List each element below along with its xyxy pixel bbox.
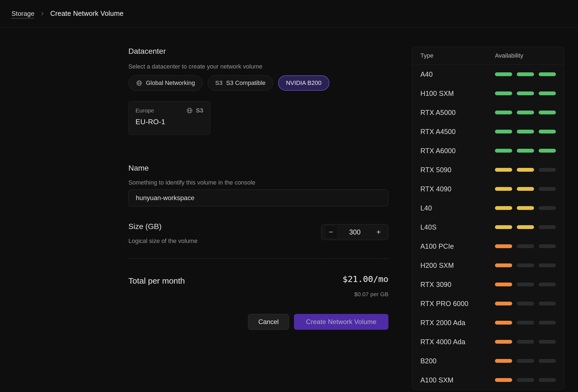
- availability-bar-empty: [539, 206, 556, 210]
- availability-bars: [495, 359, 556, 363]
- availability-bar-empty: [517, 302, 534, 305]
- table-row: RTX 4090: [412, 179, 564, 198]
- gpu-type-label: RTX A4500: [420, 128, 495, 136]
- increase-size-button[interactable]: +: [373, 226, 384, 238]
- availability-bars: [495, 168, 556, 172]
- availability-bars: [495, 206, 556, 210]
- globe-icon: [136, 80, 142, 86]
- breadcrumb-link-storage[interactable]: Storage: [11, 10, 34, 17]
- breadcrumb: Storage › Create Network Volume: [0, 0, 578, 27]
- gpu-availability-card: Type Availability A40H100 SXMRTX A5000RT…: [412, 47, 564, 390]
- gpu-type-label: RTX 2000 Ada: [420, 319, 495, 327]
- availability-bar-empty: [517, 340, 534, 344]
- availability-rows: A40H100 SXMRTX A5000RTX A4500RTX A6000RT…: [412, 65, 564, 390]
- availability-bar-filled: [539, 91, 556, 95]
- availability-bar-filled: [495, 187, 512, 191]
- datacenter-card-badges: S3: [186, 107, 203, 114]
- availability-bar-filled: [495, 302, 512, 305]
- dashed-divider: [128, 258, 388, 259]
- table-row: RTX 2000 Ada: [412, 313, 564, 332]
- availability-bars: [495, 321, 556, 325]
- gpu-type-label: RTX PRO 6000: [420, 300, 495, 308]
- column-header-type: Type: [420, 52, 495, 59]
- availability-bar-empty: [539, 359, 556, 363]
- datacenter-filter-chips: Global Networking S3 S3 Compatible NVIDI…: [128, 75, 329, 91]
- table-row: RTX 5090: [412, 160, 564, 179]
- size-value[interactable]: 300: [349, 228, 361, 236]
- gpu-type-label: H100 SXM: [420, 90, 495, 97]
- table-row: A40: [412, 65, 564, 84]
- gpu-type-label: RTX 4000 Ada: [420, 338, 495, 346]
- name-section-subtitle: Something to identify this volume in the…: [128, 179, 255, 186]
- availability-bars: [495, 111, 556, 114]
- filter-chip-nvidia-b200[interactable]: NVIDIA B200: [278, 75, 329, 91]
- availability-bar-filled: [517, 149, 534, 153]
- create-volume-button[interactable]: Create Network Volume: [294, 314, 388, 330]
- cancel-button[interactable]: Cancel: [248, 314, 289, 330]
- availability-bar-filled: [495, 263, 512, 267]
- availability-bar-filled: [539, 149, 556, 153]
- price-per-gb: $0.07 per GB: [128, 291, 388, 298]
- datacenter-card-header: Europe S3: [135, 107, 203, 114]
- availability-bar-filled: [495, 225, 512, 229]
- volume-name-input[interactable]: [128, 189, 388, 206]
- availability-bar-filled: [517, 187, 534, 191]
- s3-icon: S3: [215, 79, 223, 87]
- datacenter-name: EU-RO-1: [135, 118, 203, 126]
- filter-chip-global-networking[interactable]: Global Networking: [128, 75, 203, 91]
- total-price: $21.00/mo: [128, 274, 388, 284]
- availability-bar-filled: [495, 359, 512, 363]
- globe-icon: [186, 107, 193, 114]
- availability-bar-filled: [517, 225, 534, 229]
- table-row: RTX 4000 Ada: [412, 332, 564, 351]
- availability-bars: [495, 302, 556, 305]
- gpu-type-label: H200 SXM: [420, 262, 495, 269]
- availability-bar-filled: [517, 72, 534, 76]
- table-row: RTX A6000: [412, 141, 564, 160]
- size-section-title: Size (GB): [128, 222, 161, 231]
- availability-bar-filled: [495, 168, 512, 172]
- decrease-size-button[interactable]: −: [325, 226, 337, 238]
- availability-bar-filled: [495, 149, 512, 153]
- availability-bar-empty: [539, 283, 556, 286]
- page-title: Create Network Volume: [50, 10, 123, 17]
- availability-bar-filled: [539, 130, 556, 133]
- column-header-availability: Availability: [495, 52, 556, 59]
- table-row: RTX A5000: [412, 103, 564, 122]
- availability-bar-empty: [517, 359, 534, 363]
- s3-badge: S3: [196, 107, 203, 114]
- availability-bar-filled: [539, 111, 556, 114]
- availability-bar-filled: [495, 72, 512, 76]
- availability-bar-filled: [495, 321, 512, 325]
- availability-bar-empty: [517, 263, 534, 267]
- gpu-type-label: L40S: [420, 223, 495, 231]
- table-row: RTX 3090: [412, 275, 564, 294]
- availability-bars: [495, 263, 556, 267]
- availability-bar-empty: [539, 378, 556, 382]
- datacenter-card-eu-ro-1[interactable]: Europe S3 EU-RO-1: [128, 101, 210, 135]
- table-row: RTX A4500: [412, 122, 564, 141]
- availability-bar-empty: [517, 244, 534, 248]
- filter-chip-label: S3 Compatible: [226, 79, 266, 87]
- availability-bar-filled: [517, 168, 534, 172]
- availability-bars: [495, 340, 556, 344]
- availability-bar-filled: [517, 130, 534, 133]
- gpu-type-label: L40: [420, 204, 495, 212]
- name-section-title: Name: [128, 164, 149, 173]
- filter-chip-s3-compatible[interactable]: S3 S3 Compatible: [208, 75, 273, 91]
- availability-bar-empty: [539, 263, 556, 267]
- availability-bars: [495, 130, 556, 133]
- filter-chip-label: Global Networking: [146, 79, 195, 87]
- availability-bars: [495, 225, 556, 229]
- datacenter-region-label: Europe: [135, 107, 154, 114]
- availability-bars: [495, 378, 556, 382]
- availability-bar-empty: [517, 378, 534, 382]
- gpu-type-label: RTX A6000: [420, 147, 495, 155]
- table-row: A100 PCIe: [412, 237, 564, 256]
- availability-bar-empty: [517, 283, 534, 286]
- gpu-type-label: A100 PCIe: [420, 242, 495, 250]
- availability-bar-filled: [495, 283, 512, 286]
- gpu-type-label: A40: [420, 70, 495, 78]
- availability-bar-filled: [539, 72, 556, 76]
- availability-bar-filled: [517, 111, 534, 114]
